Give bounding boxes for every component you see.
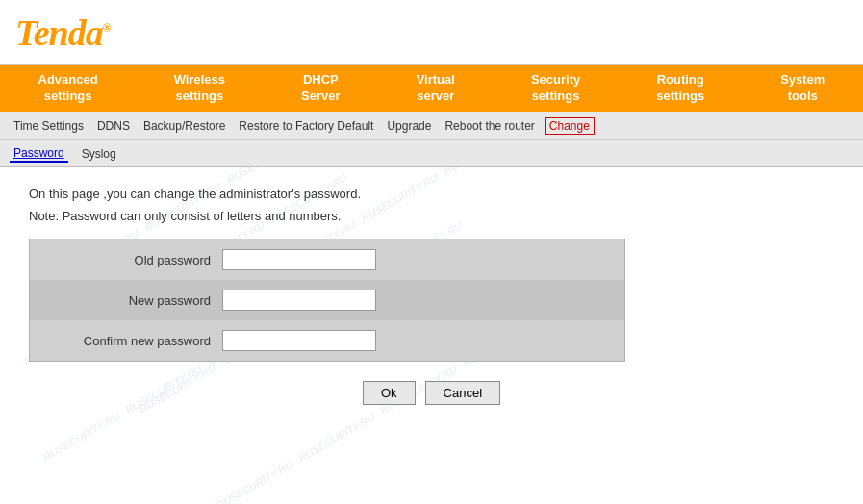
confirm-password-input[interactable] (222, 330, 376, 351)
old-password-row: Old password (30, 239, 624, 280)
button-row: Ok Cancel (29, 381, 834, 405)
subnav-upgrade[interactable]: Upgrade (383, 118, 435, 134)
subnav-backup-restore[interactable]: Backup/Restore (140, 118, 229, 134)
nav-system-tools[interactable]: System tools (769, 66, 836, 111)
sub-navigation: Time Settings DDNS Backup/Restore Restor… (0, 112, 863, 140)
nav-security-settings[interactable]: Security settings (520, 66, 592, 111)
brand-logo: Tenda® (15, 12, 111, 54)
subnav2-syslog[interactable]: Syslog (78, 146, 120, 162)
subnav-reboot[interactable]: Reboot the router (441, 118, 538, 134)
confirm-password-row: Confirm new password (30, 320, 624, 361)
sub-navigation-2: Password Syslog (0, 140, 863, 167)
password-form: Old password New password Confirm new pa… (29, 239, 625, 362)
main-navigation: Advanced settings Wireless settings DHCP… (0, 65, 863, 112)
content-area: RUSECURITY.RU RUSECURITY.RU RUSECURITY.R… (0, 167, 863, 504)
subnav-restore-factory[interactable]: Restore to Factory Default (235, 118, 377, 134)
subnav2-password[interactable]: Password (10, 145, 68, 163)
header: Tenda® (0, 0, 863, 65)
ok-button[interactable]: Ok (363, 381, 416, 405)
info-line-1: On this page ,you can change the adminis… (29, 187, 834, 201)
cancel-button[interactable]: Cancel (425, 381, 500, 405)
nav-routing-settings[interactable]: Routing settings (645, 66, 716, 111)
nav-virtual-server[interactable]: Virtual server (405, 66, 467, 111)
confirm-password-label: Confirm new password (49, 334, 222, 348)
content-inner: On this page ,you can change the adminis… (29, 187, 834, 405)
subnav-change[interactable]: Change (545, 117, 595, 135)
new-password-input[interactable] (222, 290, 376, 311)
old-password-label: Old password (49, 253, 222, 267)
nav-wireless-settings[interactable]: Wireless settings (163, 66, 237, 111)
info-line-2: Note: Password can only consist of lette… (29, 209, 834, 223)
new-password-label: New password (49, 293, 222, 308)
nav-advanced-settings[interactable]: Advanced settings (27, 66, 110, 111)
subnav-ddns[interactable]: DDNS (93, 118, 134, 134)
subnav-time-settings[interactable]: Time Settings (10, 118, 88, 134)
new-password-row: New password (30, 280, 624, 320)
old-password-input[interactable] (222, 249, 376, 270)
nav-dhcp-server[interactable]: DHCP Server (290, 66, 351, 111)
